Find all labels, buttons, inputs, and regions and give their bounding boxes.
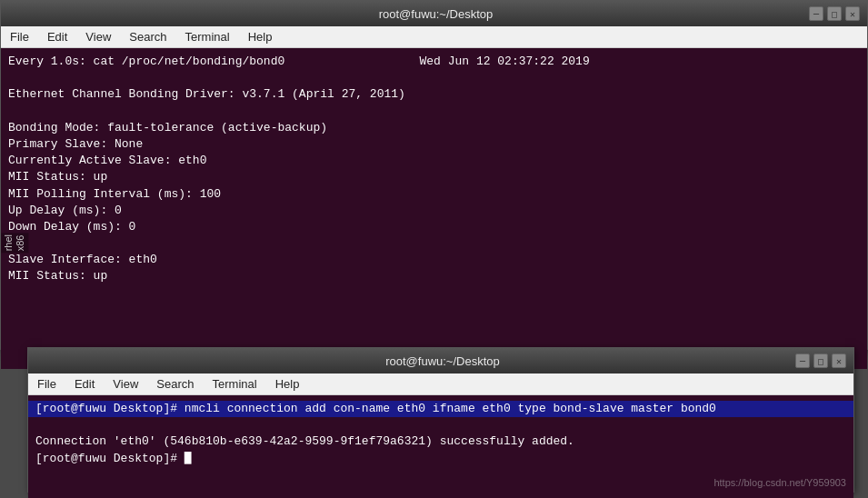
bottom-menu-file[interactable]: File bbox=[32, 375, 62, 393]
top-menu-view[interactable]: View bbox=[80, 28, 116, 45]
top-menu-search[interactable]: Search bbox=[124, 28, 172, 45]
bottom-menu-bar: File Edit View Search Terminal Help bbox=[28, 374, 853, 395]
bottom-maximize-button[interactable]: □ bbox=[813, 354, 828, 368]
top-menu-file[interactable]: File bbox=[5, 28, 35, 45]
top-terminal-controls[interactable]: ─ □ ✕ bbox=[809, 6, 860, 21]
top-terminal-titlebar: root@fuwu:~/Desktop ─ □ ✕ bbox=[1, 1, 867, 26]
top-menu-bar: File Edit View Search Terminal Help bbox=[1, 26, 867, 48]
top-terminal-title: root@fuwu:~/Desktop bbox=[63, 7, 809, 21]
watermark: https://blog.csdn.net/Y959903 bbox=[713, 477, 846, 488]
top-terminal-window: root@fuwu:~/Desktop ─ □ ✕ File Edit View… bbox=[0, 0, 868, 350]
bottom-terminal-titlebar: root@fuwu:~/Desktop ─ □ ✕ bbox=[28, 348, 853, 374]
top-menu-help[interactable]: Help bbox=[243, 28, 278, 45]
bottom-terminal-title: root@fuwu:~/Desktop bbox=[90, 354, 795, 368]
top-minimize-button[interactable]: ─ bbox=[809, 6, 823, 21]
top-terminal-content: Every 1.0s: cat /proc/net/bonding/bond0 … bbox=[1, 48, 867, 369]
highlighted-command-line: [root@fuwu Desktop]# nmcli connection ad… bbox=[28, 401, 853, 417]
bottom-menu-view[interactable]: View bbox=[107, 375, 144, 393]
top-maximize-button[interactable]: □ bbox=[827, 6, 842, 21]
top-menu-terminal[interactable]: Terminal bbox=[180, 28, 235, 45]
top-close-button[interactable]: ✕ bbox=[845, 6, 860, 21]
top-menu-edit[interactable]: Edit bbox=[42, 28, 73, 45]
bottom-menu-terminal[interactable]: Terminal bbox=[207, 375, 263, 393]
bottom-menu-search[interactable]: Search bbox=[151, 375, 199, 393]
bottom-minimize-button[interactable]: ─ bbox=[795, 354, 810, 368]
bottom-menu-edit[interactable]: Edit bbox=[69, 375, 100, 393]
bottom-terminal-window: root@fuwu:~/Desktop ─ □ ✕ File Edit View… bbox=[27, 347, 854, 493]
side-label: rhelx86 bbox=[1, 233, 28, 253]
bottom-menu-help[interactable]: Help bbox=[270, 375, 305, 393]
bottom-close-button[interactable]: ✕ bbox=[832, 354, 846, 368]
bottom-terminal-controls[interactable]: ─ □ ✕ bbox=[795, 354, 846, 368]
